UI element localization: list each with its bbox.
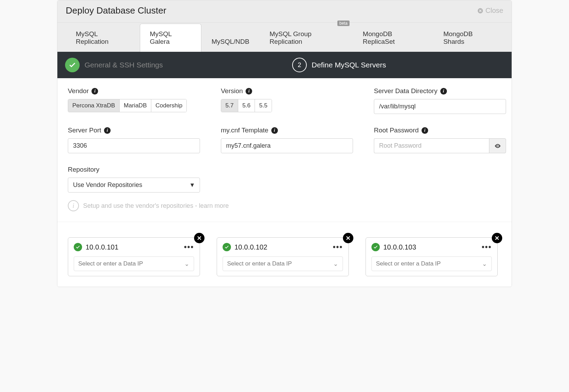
datadir-label: Server Data Directory i — [374, 87, 506, 95]
server-menu-icon[interactable]: ••• — [333, 243, 343, 252]
tab-mysql-group-replication[interactable]: beta MySQL Group Replication — [259, 24, 353, 52]
version-55[interactable]: 5.5 — [255, 99, 272, 112]
server-ip: 10.0.0.102 — [234, 243, 267, 251]
version-group: 5.7 5.6 5.5 — [221, 99, 272, 112]
chevron-down-icon: ⌄ — [482, 260, 487, 268]
repository-select[interactable] — [68, 178, 200, 193]
remove-server-button[interactable] — [343, 233, 353, 243]
info-icon[interactable]: i — [271, 127, 278, 134]
vendor-group: Percona XtraDB MariaDB Codership — [68, 99, 187, 112]
repo-hint: i Setup and use the vendor's repositorie… — [68, 200, 501, 211]
info-outline-icon: i — [68, 200, 79, 211]
vendor-label: Vendor i — [68, 87, 200, 95]
form-area: Vendor i Percona XtraDB MariaDB Codershi… — [57, 78, 512, 222]
deploy-modal: Deploy Database Cluster Close MySQL Repl… — [57, 0, 512, 287]
version-57[interactable]: 5.7 — [221, 99, 238, 112]
toggle-password-visibility[interactable] — [489, 138, 506, 153]
step-define-servers[interactable]: 2 Define MySQL Servers — [284, 58, 512, 72]
close-icon — [477, 8, 483, 14]
remove-server-button[interactable] — [492, 233, 502, 243]
data-ip-select[interactable] — [223, 256, 343, 271]
info-icon[interactable]: i — [246, 88, 252, 95]
check-icon — [65, 58, 80, 72]
tab-mysql-galera[interactable]: MySQL Galera — [140, 24, 201, 52]
step-number-badge: 2 — [292, 58, 307, 72]
vendor-percona[interactable]: Percona XtraDB — [68, 99, 120, 112]
server-ip: 10.0.0.101 — [86, 243, 119, 251]
server-menu-icon[interactable]: ••• — [184, 243, 194, 252]
chevron-down-icon: ⌄ — [184, 260, 189, 268]
root-password-input[interactable] — [374, 138, 489, 153]
tab-mongodb-shards[interactable]: MongoDB Shards — [433, 24, 503, 52]
chevron-down-icon: ⌄ — [333, 260, 338, 268]
svg-point-1 — [497, 145, 498, 146]
check-circle-icon — [223, 243, 231, 251]
close-button[interactable]: Close — [477, 7, 503, 15]
info-icon[interactable]: i — [104, 127, 111, 134]
port-label: Server Port i — [68, 126, 200, 134]
server-card: 10.0.0.103 ••• ⌄ — [366, 237, 498, 276]
repo-hint-text[interactable]: Setup and use the vendor's repositories … — [83, 202, 229, 210]
close-label: Close — [486, 7, 503, 15]
data-ip-select[interactable] — [74, 256, 194, 271]
vendor-codership[interactable]: Codership — [151, 99, 187, 112]
data-dir-input[interactable] — [374, 99, 506, 114]
rootpw-label: Root Password i — [374, 126, 506, 134]
close-icon — [495, 236, 499, 240]
close-icon — [346, 236, 351, 240]
tab-mongodb-replicaset[interactable]: MongoDB ReplicaSet — [353, 24, 433, 52]
version-56[interactable]: 5.6 — [238, 99, 255, 112]
info-icon[interactable]: i — [440, 88, 447, 95]
tab-mysql-ndb[interactable]: MySQL/NDB — [201, 31, 259, 52]
close-icon — [197, 236, 202, 240]
modal-title: Deploy Database Cluster — [66, 5, 166, 16]
mycnf-label: my.cnf Template i — [221, 126, 353, 134]
eye-icon — [494, 142, 501, 149]
mycnf-input[interactable] — [221, 138, 353, 153]
db-type-tabs: MySQL Replication MySQL Galera MySQL/NDB… — [57, 23, 512, 52]
info-icon[interactable]: i — [91, 88, 98, 95]
tab-mysql-replication[interactable]: MySQL Replication — [66, 24, 140, 52]
repo-label: Repository — [68, 166, 501, 173]
wizard-steps: General & SSH Settings 2 Define MySQL Se… — [57, 52, 512, 78]
server-card: 10.0.0.102 ••• ⌄ — [217, 237, 349, 276]
modal-header: Deploy Database Cluster Close — [57, 0, 512, 23]
server-ip: 10.0.0.103 — [383, 243, 416, 251]
step-general-ssh[interactable]: General & SSH Settings — [57, 58, 284, 72]
servers-row: 10.0.0.101 ••• ⌄ 10.0.0.102 ••• — [57, 222, 512, 287]
data-ip-select[interactable] — [371, 256, 492, 271]
version-label: Version i — [221, 87, 353, 95]
beta-badge: beta — [337, 21, 350, 26]
server-menu-icon[interactable]: ••• — [482, 243, 492, 252]
check-circle-icon — [74, 243, 82, 251]
vendor-mariadb[interactable]: MariaDB — [120, 99, 151, 112]
server-port-input[interactable] — [68, 138, 200, 153]
info-icon[interactable]: i — [422, 127, 428, 134]
check-circle-icon — [371, 243, 380, 251]
remove-server-button[interactable] — [194, 233, 205, 243]
server-card: 10.0.0.101 ••• ⌄ — [68, 237, 200, 276]
